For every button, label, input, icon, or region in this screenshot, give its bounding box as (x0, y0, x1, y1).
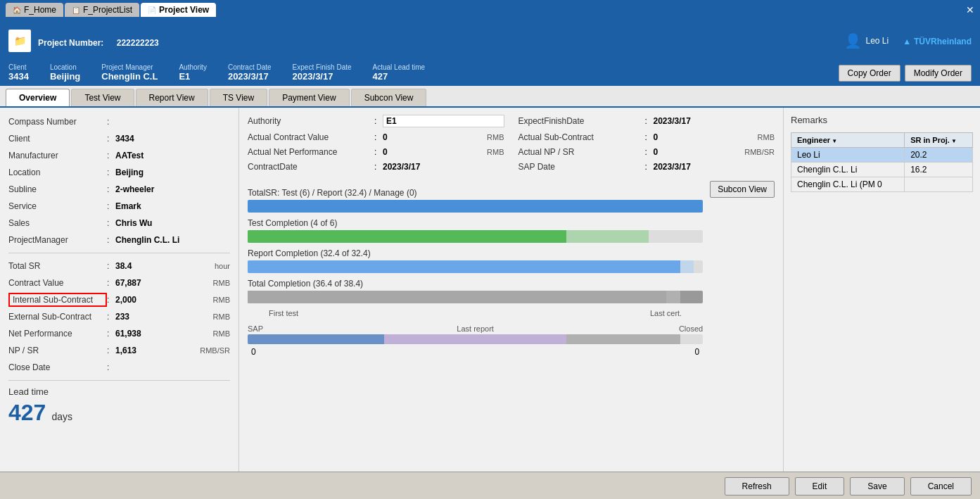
user-name: Leo Li (866, 36, 889, 46)
tab-payment-view[interactable]: Payment View (269, 89, 349, 106)
remarks-title: Remarks (791, 115, 973, 125)
lead-time-section: Lead time 427 days (8, 386, 230, 426)
auth-sap-date: SAP Date : 2023/3/17 (518, 162, 775, 172)
engineer-name: Chenglin C.L. Li (PM 0 (791, 177, 905, 192)
info-actual-lead: Actual Lead time 427 (373, 63, 426, 82)
auth-sap-date-label: SAP Date (518, 162, 645, 172)
np-sr-unit: RMB/SR (200, 346, 230, 355)
copy-order-button[interactable]: Copy Order (839, 65, 901, 82)
field-service: Service : Emark (8, 199, 230, 213)
internal-sub-contract-label: Internal Sub-Contract (8, 293, 107, 307)
field-total-sr: Total SR : 38.4 hour (8, 259, 230, 273)
sr-col-header[interactable]: SR in Proj. (905, 133, 973, 148)
engineer-row[interactable]: Chenglin C.L. Li (PM 0 (791, 177, 973, 192)
total-completion-label: Total Completion (36.4 of 38.4) (248, 279, 703, 289)
tab-f-home[interactable]: 🏠 F_Home (6, 3, 63, 17)
tab-f-project-list[interactable]: 📋 F_ProjectList (65, 3, 139, 17)
report-completion-label: Report Completion (32.4 of 32.4) (248, 248, 703, 258)
engineer-row[interactable]: Leo Li20.2 (791, 148, 973, 163)
authority-value: E1 (179, 71, 206, 82)
location-field-value: Beijing (115, 168, 230, 177)
location-value: Beijing (50, 71, 80, 82)
total-sr-unit: hour (215, 262, 230, 270)
contract-value-value: 67,887 (115, 278, 210, 288)
total-sr-value: 38.4 (115, 261, 212, 271)
compass-number-label: Compass Number (8, 117, 107, 127)
report-bar-fill (384, 334, 566, 344)
save-button[interactable]: Save (850, 477, 904, 495)
total-sr-progress-label: TotalSR: Test (6) / Report (32.4) / Mana… (248, 188, 703, 198)
external-sub-contract-unit: RMB (213, 312, 230, 321)
client-label: Client (8, 63, 29, 71)
engineer-row[interactable]: Chenglin C.L. Li16.2 (791, 163, 973, 177)
field-np-sr: NP / SR : 1,613 RMB/SR (8, 343, 230, 358)
actual-lead-value: 427 (373, 71, 426, 82)
info-client: Client 3434 (8, 63, 29, 82)
location-field-label: Location (8, 168, 107, 177)
info-authority: Authority E1 (179, 63, 206, 82)
close-button[interactable]: ✕ (966, 4, 974, 15)
contract-value-unit: RMB (213, 279, 230, 287)
field-project-manager: ProjectManager : Chenglin C.L. Li (8, 233, 230, 247)
sap-bar-fill (248, 334, 384, 344)
total-completion-secondary (248, 291, 680, 303)
engineer-name: Chenglin C.L. Li (791, 163, 905, 177)
tuv-logo: ▲ TÜVRheinland (903, 35, 972, 46)
left-panel: Compass Number : Client : 3434 Manufactu… (0, 108, 239, 472)
np-sr-label: NP / SR (8, 346, 107, 355)
auth-actual-net: Actual Net Performance : 0 RMB (248, 147, 504, 157)
field-internal-sub-contract: Internal Sub-Contract : 2,000 RMB (8, 293, 230, 307)
external-sub-contract-value: 233 (115, 312, 210, 322)
field-subline: Subline : 2-wheeler (8, 182, 230, 196)
auth-actual-net-unit: RMB (487, 148, 504, 156)
engineer-col-header[interactable]: Engineer (791, 133, 905, 148)
info-bar: Client 3434 Location Beijing Project Man… (0, 62, 980, 86)
expect-finish-label: Expect Finish Date (293, 63, 352, 71)
tab-test-view[interactable]: Test View (71, 89, 134, 106)
np-sr-value: 1,613 (115, 346, 197, 355)
last-report-value: 0 (694, 347, 699, 357)
subline-label: Subline (8, 184, 107, 194)
net-performance-label: Net Performance (8, 329, 107, 339)
cancel-button[interactable]: Cancel (910, 477, 972, 495)
right-panel: Remarks Engineer SR in Proj. Leo Li20.2C… (783, 108, 980, 472)
modify-order-button[interactable]: Modify Order (905, 65, 972, 82)
auth-actual-np-sr: Actual NP / SR : 0 RMB/SR (518, 147, 775, 157)
tab-subcon-view[interactable]: Subcon View (351, 89, 427, 106)
tab-overview[interactable]: Overview (6, 89, 70, 106)
client-field-value: 3434 (115, 134, 230, 144)
lead-time-number: 427 (8, 400, 46, 426)
info-location: Location Beijing (50, 63, 80, 82)
doc-icon: 📄 (148, 6, 156, 14)
engineer-sr (905, 177, 973, 192)
auth-authority-value: E1 (383, 115, 504, 127)
auth-contract-date-label: ContractDate (248, 162, 374, 172)
auth-actual-sub-contract: Actual Sub-Contract : 0 RMB (518, 132, 775, 142)
field-net-performance: Net Performance : 61,938 RMB (8, 327, 230, 341)
main-content: Compass Number : Client : 3434 Manufactu… (0, 108, 980, 472)
nav-tabs: Overview Test View Report View TS View P… (0, 86, 980, 108)
auth-actual-net-value: 0 (383, 147, 484, 157)
bottom-bar: Refresh Edit Save Cancel (0, 472, 980, 499)
test-completion-bar (248, 230, 703, 243)
refresh-button[interactable]: Refresh (725, 477, 789, 495)
sap-value: 0 (251, 347, 256, 357)
lead-time-label: Lead time (8, 386, 230, 397)
contract-date-label: Contract Date (228, 63, 272, 71)
authority-section: Authority : E1 ExpectFinishDate : 2023/3… (248, 115, 775, 174)
field-contract-value: Contract Value : 67,887 RMB (8, 276, 230, 290)
list-icon: 📋 (72, 6, 80, 14)
contract-value-label: Contract Value (8, 278, 107, 288)
subcon-view-button[interactable]: Subcon View (710, 181, 775, 198)
tab-ts-view[interactable]: TS View (210, 89, 267, 106)
service-value: Emark (115, 201, 230, 211)
auth-actual-np-sr-unit: RMB/SR (744, 148, 775, 156)
client-value: 3434 (8, 71, 29, 82)
tab-project-view[interactable]: 📄 Project View (141, 3, 216, 17)
project-manager-value: Chenglin C.L. Li (115, 235, 230, 245)
edit-button[interactable]: Edit (795, 477, 845, 495)
project-manager-label: ProjectManager (8, 235, 107, 245)
last-cert-label: Last cert. (650, 309, 682, 317)
engineer-sr: 20.2 (905, 148, 973, 163)
tab-report-view[interactable]: Report View (136, 89, 208, 106)
